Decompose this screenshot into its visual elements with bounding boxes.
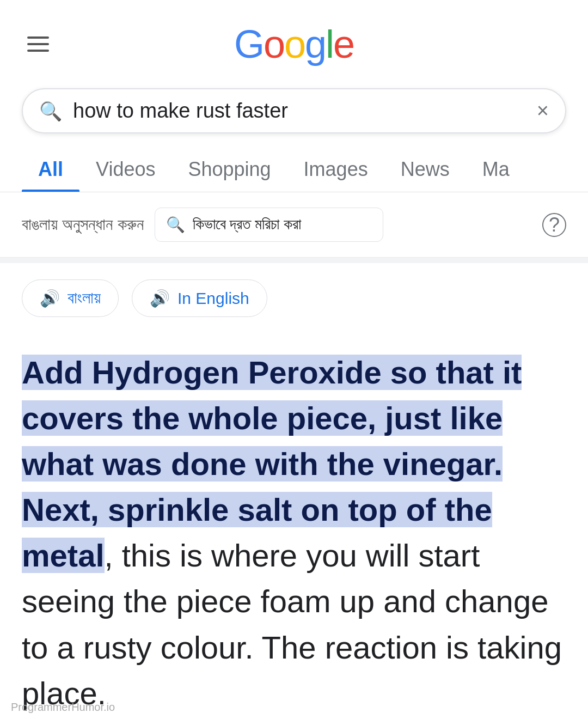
result-text: Add Hydrogen Peroxide so that it covers … — [22, 350, 566, 716]
translation-bar: বাঙলায় অনুসন্ধান করুন 🔍 কিভাবে দ্রত মরি… — [0, 192, 588, 258]
audio-icon-bangla: 🔊 — [40, 289, 60, 308]
help-icon[interactable]: ? — [542, 213, 566, 237]
search-input[interactable]: how to make rust faster — [73, 99, 526, 123]
footer-watermark: ProgrammerHumor.io — [11, 701, 115, 714]
tab-videos[interactable]: Videos — [79, 147, 171, 192]
audio-label-bangla: বাংলায় — [68, 289, 101, 308]
audio-icon-english: 🔊 — [150, 289, 170, 308]
tabs-container: All Videos Shopping Images News Ma — [0, 147, 588, 192]
translation-search-icon: 🔍 — [166, 216, 185, 234]
google-logo: Google — [234, 22, 354, 66]
hamburger-menu-icon[interactable] — [27, 36, 49, 52]
tab-all[interactable]: All — [22, 147, 79, 192]
tab-maps[interactable]: Ma — [466, 147, 526, 192]
audio-buttons-container: 🔊 বাংলায় 🔊 In English — [0, 263, 588, 333]
translation-label: বাঙলায় অনুসন্ধান করুন — [22, 215, 144, 234]
main-content: Add Hydrogen Peroxide so that it covers … — [0, 333, 588, 719]
clear-icon[interactable]: × — [537, 99, 549, 123]
audio-button-bangla[interactable]: 🔊 বাংলায় — [22, 279, 119, 317]
translation-search-text: কিভাবে দ্রত মরিচা করা — [193, 216, 301, 234]
section-divider — [0, 258, 588, 263]
audio-button-english[interactable]: 🔊 In English — [132, 279, 267, 317]
search-icon: 🔍 — [39, 100, 62, 122]
audio-label-english: In English — [177, 289, 249, 308]
search-bar-container: 🔍 how to make rust faster × — [0, 77, 588, 147]
tab-shopping[interactable]: Shopping — [171, 147, 287, 192]
tab-news[interactable]: News — [384, 147, 466, 192]
header: Google — [0, 0, 588, 77]
tab-images[interactable]: Images — [287, 147, 384, 192]
search-bar[interactable]: 🔍 how to make rust faster × — [22, 88, 566, 133]
translation-search-box[interactable]: 🔍 কিভাবে দ্রত মরিচা করা — [155, 208, 383, 242]
